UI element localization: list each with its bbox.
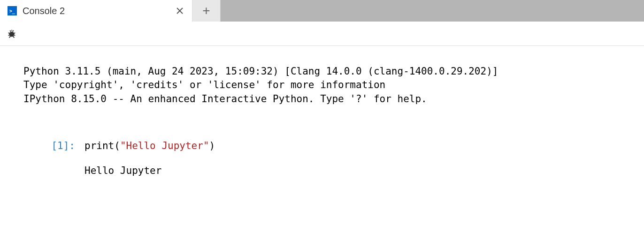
svg-line-8 [8,35,10,35]
code-paren: ) [209,140,215,151]
banner-line: IPython 8.15.0 -- An enhanced Interactiv… [23,93,427,105]
input-prompt: [1]: [23,139,84,154]
cell-output: Hello Jupyter [84,165,161,176]
banner-line: Type 'copyright', 'credits' or 'license'… [23,79,385,90]
code-input[interactable]: print("Hello Jupyter") [84,139,621,154]
add-tab-button[interactable]: + [192,0,221,22]
output-row: Hello Jupyter [23,165,621,176]
close-tab-button[interactable] [174,5,185,16]
svg-line-5 [13,30,14,31]
console-banner: Python 3.11.5 (main, Aug 24 2023, 15:09:… [23,65,621,106]
console-icon: >_ [8,6,17,15]
tab-title: Console 2 [23,6,169,16]
banner-line: Python 3.11.5 (main, Aug 24 2023, 15:09:… [23,66,498,77]
toolbar [0,22,644,46]
console-tab[interactable]: >_ Console 2 [0,0,192,22]
svg-line-4 [10,30,11,31]
console-body: Python 3.11.5 (main, Aug 24 2023, 15:09:… [0,46,644,195]
tab-bar: >_ Console 2 + [0,0,644,22]
code-fn: print [84,140,114,151]
output-spacer [23,165,84,176]
code-cell[interactable]: [1]: print("Hello Jupyter") [23,139,621,154]
svg-line-9 [14,35,15,35]
code-paren: ( [114,140,120,151]
svg-line-7 [14,33,15,33]
svg-line-10 [9,36,11,38]
svg-point-2 [9,31,15,37]
svg-line-11 [13,36,15,38]
debug-icon[interactable] [7,29,17,39]
code-string: "Hello Jupyter" [120,140,209,151]
svg-line-6 [8,33,10,33]
